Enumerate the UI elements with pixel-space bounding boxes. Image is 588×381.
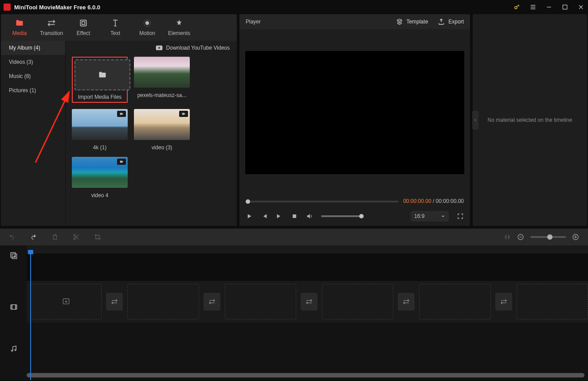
timecode: 00:00:00.00 / 00:00:00.00 [403, 198, 464, 205]
properties-empty-message: No material selected on the timeline [488, 117, 572, 123]
sidebar-item-pictures[interactable]: Pictures (1) [1, 83, 65, 97]
video-badge-icon [179, 111, 188, 117]
media-thumb-4[interactable]: video 4 [72, 157, 128, 198]
next-frame-button[interactable] [276, 213, 283, 220]
svg-rect-2 [80, 20, 86, 26]
media-thumb-1[interactable]: pexels-mateusz-sa... [134, 57, 190, 103]
clip-drop-slot[interactable] [517, 284, 588, 319]
audio-track[interactable] [27, 323, 588, 364]
volume-button[interactable] [306, 213, 313, 220]
media-sidebar: My Album (4) Videos (3) Music (8) Pictur… [1, 41, 66, 226]
video-track[interactable] [27, 281, 588, 323]
redo-button[interactable] [30, 233, 37, 241]
folder-icon [98, 70, 107, 79]
media-thumbnail-grid: Import Media Files pexels-mateusz-sa... … [66, 55, 237, 200]
svg-rect-18 [11, 305, 17, 310]
svg-point-0 [515, 7, 517, 9]
transition-slot[interactable] [301, 293, 318, 311]
app-logo-icon [4, 4, 11, 11]
sidebar-item-videos[interactable]: Videos (3) [1, 55, 65, 69]
timeline [0, 245, 588, 380]
sidebar-item-myalbum[interactable]: My Album (4) [1, 41, 65, 55]
svg-point-20 [15, 350, 16, 351]
tab-elements[interactable]: Elements [163, 14, 195, 41]
youtube-download-icon [156, 45, 163, 51]
media-thumb-3[interactable]: video (3) [134, 109, 190, 151]
overlay-track[interactable] [27, 253, 588, 281]
svg-rect-8 [182, 113, 184, 115]
player-title: Player [246, 19, 261, 25]
media-panel: Media Transition Effect Text Motion Elem… [1, 14, 237, 226]
zoom-in-button[interactable] [572, 233, 579, 241]
media-thumb-2[interactable]: 4k (1) [72, 109, 128, 151]
prev-frame-button[interactable] [261, 213, 268, 220]
panel-expand-toggle[interactable] [472, 111, 478, 129]
transition-slot[interactable] [106, 293, 123, 311]
playback-progress[interactable] [246, 201, 399, 202]
video-badge-icon [117, 111, 126, 117]
clip-drop-slot[interactable] [30, 284, 102, 319]
video-track-icon [10, 303, 18, 311]
sidebar-item-music[interactable]: Music (8) [1, 69, 65, 83]
svg-rect-9 [120, 161, 122, 163]
close-button[interactable] [577, 4, 584, 11]
transition-slot[interactable] [204, 293, 220, 311]
volume-slider[interactable] [321, 215, 364, 217]
zoom-slider[interactable] [530, 236, 566, 238]
svg-rect-1 [563, 5, 567, 9]
upgrade-key-icon[interactable] [514, 4, 521, 11]
stop-button[interactable] [291, 213, 298, 220]
tab-motion[interactable]: Motion [131, 14, 163, 41]
add-track-button[interactable] [10, 252, 18, 260]
drop-clip-icon [62, 297, 71, 306]
video-badge-icon [117, 159, 126, 165]
menu-icon[interactable] [529, 4, 537, 11]
download-youtube-link[interactable]: Download YouTube Videos [166, 45, 230, 51]
playhead[interactable] [30, 252, 31, 380]
titlebar: MiniTool MovieMaker Free 6.0.0 [0, 0, 588, 14]
tab-media[interactable]: Media [4, 14, 35, 41]
zoom-out-button[interactable] [517, 233, 524, 241]
aspect-ratio-select[interactable]: 16:9 [411, 211, 449, 222]
svg-rect-3 [82, 22, 85, 25]
fullscreen-button[interactable] [457, 213, 464, 220]
audio-track-icon [10, 345, 18, 353]
tab-text[interactable]: Text [99, 14, 131, 41]
clip-drop-slot[interactable] [225, 284, 296, 319]
timeline-ruler[interactable] [27, 245, 588, 253]
chevron-down-icon [441, 214, 445, 218]
timeline-scrollbar[interactable] [27, 373, 584, 377]
svg-rect-11 [293, 214, 296, 218]
minimize-button[interactable] [545, 4, 553, 11]
import-media-button[interactable]: Import Media Files [72, 57, 128, 103]
svg-point-4 [145, 21, 149, 25]
transition-slot[interactable] [495, 293, 512, 311]
svg-rect-7 [120, 113, 122, 115]
preview-canvas [245, 51, 464, 174]
main-tabs: Media Transition Effect Text Motion Elem… [1, 14, 237, 41]
template-button[interactable]: Template [396, 18, 428, 25]
player-panel: Player Template Export 00:00:00.00 / 00:… [239, 14, 470, 226]
undo-button[interactable] [9, 233, 16, 241]
split-button[interactable] [73, 233, 80, 241]
maximize-button[interactable] [561, 4, 568, 11]
tab-effect[interactable]: Effect [67, 14, 99, 41]
clip-drop-slot[interactable] [127, 284, 199, 319]
properties-panel: No material selected on the timeline [473, 14, 587, 226]
tab-transition[interactable]: Transition [35, 14, 67, 41]
fit-timeline-button[interactable] [504, 233, 511, 241]
delete-button[interactable] [51, 233, 59, 241]
clip-drop-slot[interactable] [419, 284, 490, 319]
clip-drop-slot[interactable] [322, 284, 393, 319]
app-title: MiniTool MovieMaker Free 6.0.0 [14, 4, 100, 11]
play-button[interactable] [246, 213, 253, 220]
crop-button[interactable] [94, 233, 101, 241]
export-button[interactable]: Export [438, 18, 464, 25]
timeline-toolbar [0, 229, 588, 245]
transition-slot[interactable] [398, 293, 415, 311]
svg-point-19 [12, 350, 13, 351]
